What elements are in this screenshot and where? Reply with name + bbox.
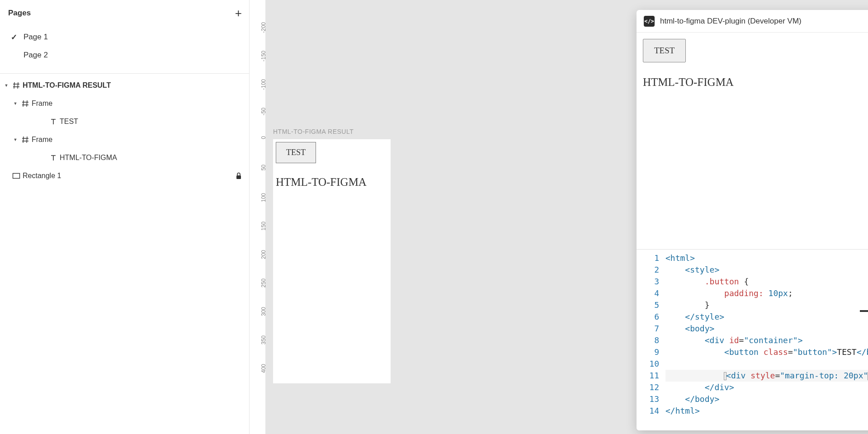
layer-name: TEST xyxy=(60,118,242,126)
code-line[interactable]: <div id="container"> xyxy=(665,335,868,346)
code-line[interactable]: </html> xyxy=(665,405,868,417)
layer-name: Frame xyxy=(32,136,242,144)
code-editor[interactable]: 1234567891011121314 <html> <style> .butt… xyxy=(637,250,868,430)
canvas-test-button[interactable]: TEST xyxy=(276,142,316,163)
ruler-tick: 400 xyxy=(260,364,267,373)
ruler-tick: 200 xyxy=(260,250,267,259)
layer-name: HTML-TO-FIGMA RESULT xyxy=(23,81,242,90)
ruler-tick: -150 xyxy=(260,51,267,61)
ruler-tick: 0 xyxy=(260,136,267,139)
preview-heading: HTML-TO-FIGMA xyxy=(643,76,868,89)
add-page-icon[interactable]: + xyxy=(235,7,242,19)
page-item[interactable]: Page 1 xyxy=(0,28,249,46)
ruler-tick: 350 xyxy=(260,335,267,344)
code-line[interactable]: </body> xyxy=(665,393,868,405)
scroll-indicator xyxy=(860,310,868,312)
layer-row[interactable]: Rectangle 1 xyxy=(0,167,249,185)
pages-header: Pages + xyxy=(0,0,249,26)
code-line[interactable]: </style> xyxy=(665,311,868,323)
code-lines[interactable]: <html> <style> .button { padding: 10px; … xyxy=(665,250,868,430)
layer-row[interactable]: HTML-TO-FIGMA xyxy=(0,149,249,167)
ruler-tick: 150 xyxy=(260,222,267,231)
plugin-preview: TEST HTML-TO-FIGMA xyxy=(637,33,868,250)
layer-name: HTML-TO-FIGMA xyxy=(60,154,242,162)
canvas-heading[interactable]: HTML-TO-FIGMA xyxy=(276,176,391,189)
layer-row[interactable]: ▼Frame xyxy=(0,131,249,149)
layer-name: Frame xyxy=(32,99,242,108)
code-line[interactable]: <button class="button">TEST</button> xyxy=(665,346,868,358)
code-line[interactable]: } xyxy=(665,299,868,311)
left-panel: Pages + Page 1Page 2 ▼HTML-TO-FIGMA RESU… xyxy=(0,0,250,434)
ruler-tick: 300 xyxy=(260,307,267,316)
expand-arrow-icon[interactable]: ▼ xyxy=(3,83,10,88)
code-line[interactable] xyxy=(665,358,868,370)
code-line[interactable]: </div> xyxy=(665,382,868,393)
pages-label: Pages xyxy=(8,9,31,18)
ruler-tick: -200 xyxy=(260,22,267,33)
text-icon xyxy=(47,154,60,162)
layer-tree: ▼HTML-TO-FIGMA RESULT▼FrameTEST▼FrameHTM… xyxy=(0,74,249,185)
hash-icon xyxy=(19,136,32,144)
code-gutter: 1234567891011121314 xyxy=(637,250,665,430)
layer-row[interactable]: ▼Frame xyxy=(0,94,249,113)
frame-label[interactable]: HTML-TO-FIGMA RESULT xyxy=(273,128,354,135)
code-line[interactable]: <body> xyxy=(665,323,868,335)
hash-icon xyxy=(19,99,32,108)
svg-rect-1 xyxy=(236,175,241,179)
hash-icon xyxy=(10,81,23,90)
text-icon xyxy=(47,118,60,126)
canvas-frame[interactable]: TEST HTML-TO-FIGMA xyxy=(273,139,391,383)
preview-test-button[interactable]: TEST xyxy=(643,39,686,62)
plugin-header: </> html-to-figma DEV-plugin (Developer … xyxy=(637,10,868,33)
layer-row[interactable]: TEST xyxy=(0,113,249,131)
layer-name: Rectangle 1 xyxy=(23,172,236,180)
expand-arrow-icon[interactable]: ▼ xyxy=(12,101,19,106)
ruler-tick: 250 xyxy=(260,278,267,288)
code-line[interactable]: .button { xyxy=(665,276,868,288)
code-line[interactable]: <div style="margin-top: 20px">HTML-TO-FI… xyxy=(665,370,868,382)
layer-row[interactable]: ▼HTML-TO-FIGMA RESULT xyxy=(0,76,249,94)
plugin-title: html-to-figma DEV-plugin (Developer VM) xyxy=(660,17,868,26)
code-line[interactable]: <html> xyxy=(665,252,868,264)
canvas[interactable]: -200-150-100-50050100150200250300350400 … xyxy=(250,0,868,434)
ruler-tick: 100 xyxy=(260,193,267,202)
code-line[interactable]: padding: 10px; xyxy=(665,288,868,299)
page-list: Page 1Page 2 xyxy=(0,26,249,73)
page-item[interactable]: Page 2 xyxy=(0,46,249,64)
rect-icon xyxy=(10,173,23,179)
plugin-window: </> html-to-figma DEV-plugin (Developer … xyxy=(637,10,868,430)
expand-arrow-icon[interactable]: ▼ xyxy=(12,137,19,142)
ruler-tick: -100 xyxy=(260,79,267,90)
plugin-logo-icon: </> xyxy=(644,16,655,27)
lock-icon xyxy=(236,172,242,179)
vertical-ruler: -200-150-100-50050100150200250300350400 xyxy=(250,0,266,434)
code-line[interactable]: <style> xyxy=(665,264,868,276)
ruler-tick: 50 xyxy=(260,165,267,170)
svg-rect-0 xyxy=(13,174,20,179)
ruler-tick: -50 xyxy=(260,108,267,115)
